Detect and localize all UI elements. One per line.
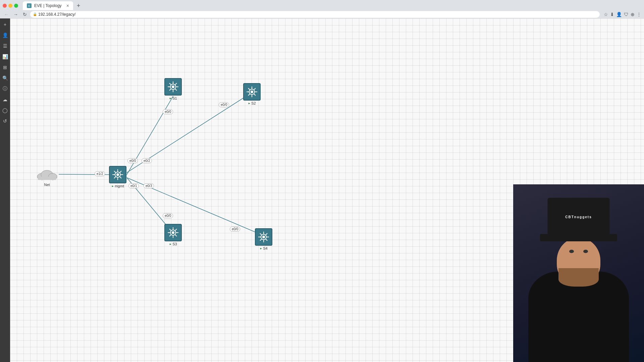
svg-line-34 (248, 88, 250, 90)
svg-line-46 (175, 229, 177, 231)
browser-chrome: E EVE | Topology × + ← → ↻ 🔒 192.168.4.2… (0, 0, 644, 18)
iface-mgmt-e0/0: e0/0 (127, 158, 138, 163)
sidebar-circle-icon[interactable]: ◯ (2, 107, 8, 114)
node-net-label: Net (44, 183, 50, 187)
svg-point-48 (172, 231, 174, 234)
svg-line-16 (120, 171, 122, 173)
tab-close-button[interactable]: × (66, 3, 69, 8)
switch-s4-icon (258, 231, 270, 243)
play-icon-s4: ► (260, 247, 262, 250)
hat-text: CBTnuggets (545, 215, 612, 219)
webcam-overlay: CBTnuggets (513, 184, 644, 362)
switch-s2-icon (246, 86, 258, 98)
svg-point-58 (262, 236, 265, 238)
extension-icon[interactable]: ⊕ (631, 12, 635, 17)
lock-icon: 🔒 (33, 12, 37, 16)
webcam-background: CBTnuggets (513, 184, 644, 362)
sidebar-refresh-icon[interactable]: ↺ (2, 118, 8, 124)
node-s1[interactable]: ► S1 (164, 78, 182, 100)
svg-line-26 (175, 83, 177, 85)
play-icon-s1: ► (169, 97, 172, 100)
play-icon-s3: ► (169, 243, 172, 246)
iface-s3-e0/0: e0/0 (163, 213, 173, 218)
download-icon[interactable]: ⬇ (610, 12, 614, 17)
iface-s1-e0/0: e0/0 (163, 109, 173, 114)
svg-line-14 (114, 171, 116, 173)
node-s4[interactable]: ► S4 (255, 228, 272, 250)
cloud-icon (35, 166, 59, 182)
svg-line-17 (114, 177, 116, 179)
url-text: 192.168.4.27/legacy/ (38, 12, 75, 17)
browser-actions: ☆ ⬇ 👤 🛡 ⊕ ⋮ (604, 12, 641, 17)
sidebar-info-icon[interactable]: ⓘ (2, 85, 8, 92)
switch-s1-icon (167, 81, 179, 93)
new-tab-button[interactable]: + (74, 2, 83, 10)
node-mgmt[interactable]: ► mgmt (109, 166, 126, 188)
svg-point-18 (116, 173, 119, 176)
window-controls (3, 4, 18, 8)
svg-line-25 (175, 89, 177, 91)
shield-icon[interactable]: 🛡 (624, 12, 629, 17)
node-s3[interactable]: ► S3 (164, 224, 182, 246)
main-area: + 👤 ☰ 📊 ⊞ 🔍 ⓘ ☁ ◯ ↺ e0/0 e0/0 e0/0 e0/0 (0, 18, 644, 362)
tab-favicon: E (27, 3, 32, 8)
account-icon[interactable]: 👤 (616, 12, 622, 17)
sidebar-grid-icon[interactable]: ⊞ (2, 64, 8, 71)
node-s2[interactable]: ► S2 (243, 83, 261, 105)
svg-line-3 (127, 178, 264, 236)
svg-line-4 (59, 174, 109, 175)
url-bar[interactable]: 🔒 192.168.4.27/legacy/ (30, 11, 600, 18)
back-button[interactable]: ← (3, 11, 10, 18)
forward-button[interactable]: → (12, 11, 19, 18)
node-s3-icon (164, 224, 182, 241)
topology-canvas: e0/0 e0/0 e0/0 e0/0 e0/0 e0/2 e0/1 e0/3 … (10, 18, 644, 362)
svg-line-47 (169, 235, 171, 237)
node-s4-icon (255, 228, 272, 246)
sidebar-cloud-icon[interactable]: ☁ (2, 96, 8, 103)
play-icon-mgmt: ► (111, 185, 114, 188)
tab-title: EVE | Topology (34, 3, 62, 8)
menu-icon[interactable]: ⋮ (637, 12, 641, 17)
node-s1-label: ► S1 (169, 96, 177, 100)
close-button[interactable] (3, 4, 7, 8)
svg-line-36 (254, 88, 256, 90)
router-icon (112, 169, 124, 181)
svg-line-37 (248, 94, 250, 96)
iface-mgmt-e0/2: e0/2 (142, 158, 152, 163)
bookmark-icon[interactable]: ☆ (604, 12, 608, 17)
tab-bar: E EVE | Topology × + (0, 0, 644, 10)
svg-line-45 (175, 235, 177, 237)
svg-rect-8 (38, 177, 56, 180)
svg-line-56 (266, 233, 268, 235)
sidebar-user-icon[interactable]: 👤 (2, 32, 8, 39)
iface-mgmt-e0/3: e0/3 (144, 183, 154, 188)
sidebar: + 👤 ☰ 📊 ⊞ 🔍 ⓘ ☁ ◯ ↺ (0, 18, 10, 362)
svg-line-55 (266, 239, 268, 241)
svg-line-54 (260, 233, 262, 235)
sidebar-menu-icon[interactable]: ☰ (2, 43, 8, 49)
svg-line-0 (127, 96, 173, 175)
node-net[interactable]: Net (35, 166, 59, 187)
node-s1-icon (164, 78, 182, 96)
refresh-button[interactable]: ↻ (21, 11, 28, 18)
active-tab[interactable]: E EVE | Topology × (23, 1, 73, 10)
svg-line-35 (254, 94, 256, 96)
svg-point-38 (251, 90, 253, 93)
node-s4-label: ► S4 (260, 246, 267, 250)
node-mgmt-label: ► mgmt (111, 184, 124, 188)
svg-line-15 (120, 177, 122, 179)
iface-mgmt-e0/1: e0/1 (128, 183, 139, 188)
node-s3-label: ► S3 (169, 242, 177, 246)
svg-line-44 (169, 229, 171, 231)
play-icon-s2: ► (248, 102, 251, 105)
sidebar-add-icon[interactable]: + (2, 21, 8, 28)
iface-s2-e0/0: e0/0 (219, 102, 229, 107)
address-bar: ← → ↻ 🔒 192.168.4.27/legacy/ ☆ ⬇ 👤 🛡 ⊕ ⋮ (0, 10, 644, 18)
sidebar-chart-icon[interactable]: 📊 (2, 53, 8, 60)
node-mgmt-icon (109, 166, 126, 183)
svg-line-27 (169, 89, 171, 91)
sidebar-search-icon[interactable]: 🔍 (2, 75, 8, 81)
svg-line-1 (127, 93, 252, 173)
maximize-button[interactable] (14, 4, 18, 8)
minimize-button[interactable] (8, 4, 12, 8)
